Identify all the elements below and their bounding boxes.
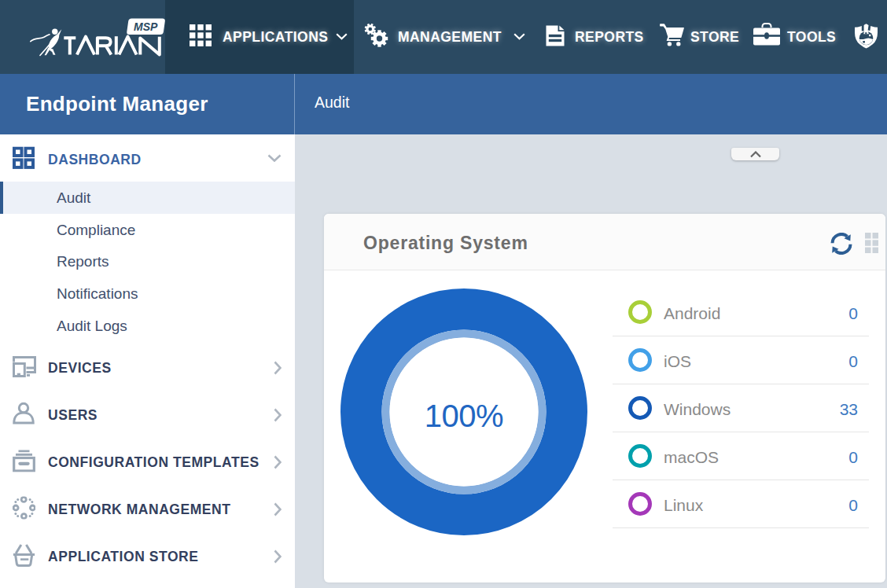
svg-text:MSP: MSP [134, 20, 158, 33]
